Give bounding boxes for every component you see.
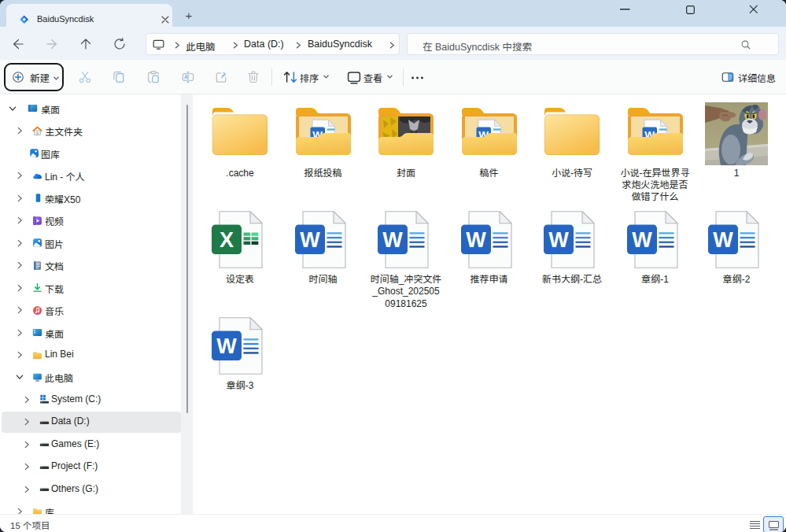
svg-text:X: X xyxy=(220,228,234,252)
svg-text:W: W xyxy=(548,228,569,252)
svg-text:W: W xyxy=(382,228,403,252)
svg-text:W: W xyxy=(632,228,652,252)
svg-text:W: W xyxy=(713,228,733,252)
svg-text:W: W xyxy=(300,228,320,252)
svg-text:W: W xyxy=(216,334,237,358)
svg-text:W: W xyxy=(466,228,486,252)
